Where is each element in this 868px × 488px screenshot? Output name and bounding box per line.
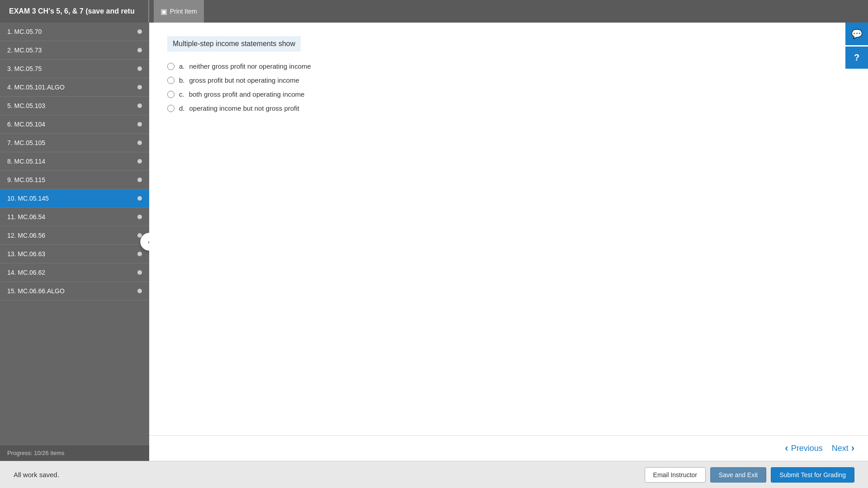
- item-status-dot: [137, 29, 142, 34]
- answer-option-c[interactable]: c. both gross profit and operating incom…: [167, 90, 850, 98]
- footer-buttons: Email Instructor Save and Exit Submit Te…: [645, 467, 854, 483]
- item-status-dot: [137, 66, 142, 71]
- answer-option-d[interactable]: d. operating income but not gross profit: [167, 104, 850, 112]
- item-status-dot: [137, 196, 142, 201]
- answer-option-b[interactable]: b. gross profit but not operating income: [167, 76, 850, 84]
- print-item-label: Print Item: [170, 8, 197, 15]
- sidebar-item-11[interactable]: 11. MC.06.54: [0, 208, 149, 226]
- radio-d[interactable]: [167, 105, 175, 112]
- sidebar-item-12[interactable]: 12. MC.06.56: [0, 226, 149, 245]
- help-widget-button[interactable]: ?: [845, 46, 868, 69]
- option-text: both gross profit and operating income: [189, 90, 305, 98]
- option-letter: a.: [179, 62, 185, 70]
- item-label: 1. MC.05.70: [7, 28, 42, 35]
- sidebar-item-1[interactable]: 1. MC.05.70: [0, 23, 149, 41]
- item-status-dot: [137, 215, 142, 219]
- radio-b[interactable]: [167, 77, 175, 84]
- item-label: 5. MC.05.103: [7, 102, 45, 109]
- item-label: 14. MC.06.62: [7, 269, 45, 276]
- option-letter: b.: [179, 76, 185, 84]
- progress-label: Progress:: [7, 450, 33, 456]
- sidebar-item-4[interactable]: 4. MC.05.101.ALGO: [0, 78, 149, 97]
- footer: All work saved. Email Instructor Save an…: [0, 461, 868, 488]
- save-status: All work saved.: [14, 471, 59, 479]
- next-button[interactable]: Next ›: [832, 442, 854, 454]
- sidebar-item-10[interactable]: 10. MC.05.145: [0, 189, 149, 208]
- print-icon: ▣: [160, 7, 167, 16]
- sidebar-item-6[interactable]: 6. MC.05.104: [0, 115, 149, 134]
- side-widgets: 💬 ?: [845, 23, 868, 69]
- item-label: 15. MC.06.66.ALGO: [7, 287, 65, 295]
- submit-test-button[interactable]: Submit Test for Grading: [771, 467, 854, 483]
- item-label: 11. MC.06.54: [7, 213, 45, 221]
- item-label: 12. MC.06.56: [7, 232, 45, 239]
- item-label: 9. MC.05.115: [7, 176, 45, 183]
- previous-label: Previous: [791, 444, 823, 453]
- navigation-bar: ‹ Previous Next ›: [149, 435, 868, 461]
- item-label: 6. MC.05.104: [7, 121, 45, 128]
- option-text: operating income but not gross profit: [189, 104, 299, 112]
- answer-option-a[interactable]: a. neither gross profit nor operating in…: [167, 62, 850, 70]
- sidebar: 1. MC.05.70 2. MC.05.73 3. MC.05.75 4. M…: [0, 23, 149, 461]
- save-exit-button[interactable]: Save and Exit: [710, 467, 766, 483]
- item-label: 3. MC.05.75: [7, 65, 42, 72]
- item-label: 10. MC.05.145: [7, 195, 49, 202]
- option-text: gross profit but not operating income: [189, 76, 299, 84]
- sidebar-item-3[interactable]: 3. MC.05.75: [0, 60, 149, 78]
- exam-title: EXAM 3 CH's 5, 6, & 7 (save and retu: [9, 3, 144, 20]
- option-letter: d.: [179, 104, 185, 112]
- item-status-dot: [137, 159, 142, 164]
- progress-bar: Progress: 10/26 items: [0, 445, 149, 461]
- help-icon: ?: [854, 52, 859, 63]
- question-list: 1. MC.05.70 2. MC.05.73 3. MC.05.75 4. M…: [0, 23, 149, 445]
- radio-c[interactable]: [167, 91, 175, 98]
- sidebar-item-2[interactable]: 2. MC.05.73: [0, 41, 149, 60]
- item-label: 8. MC.05.114: [7, 158, 45, 165]
- chevron-left-icon: ‹: [785, 442, 788, 454]
- chevron-right-icon: ›: [851, 442, 854, 454]
- option-text: neither gross profit nor operating incom…: [189, 62, 311, 70]
- main-area: 1. MC.05.70 2. MC.05.73 3. MC.05.75 4. M…: [0, 23, 868, 461]
- item-status-dot: [137, 141, 142, 145]
- sidebar-item-14[interactable]: 14. MC.06.62: [0, 263, 149, 282]
- sidebar-item-7[interactable]: 7. MC.05.105: [0, 134, 149, 152]
- print-item-button[interactable]: ▣ Print Item: [154, 0, 204, 23]
- next-label: Next: [832, 444, 849, 453]
- question-text: Multiple-step income statements show: [167, 36, 301, 52]
- progress-value: 10/26 items: [34, 450, 64, 456]
- chat-icon: 💬: [851, 28, 863, 39]
- item-label: 13. MC.06.63: [7, 250, 45, 258]
- previous-button[interactable]: ‹ Previous: [785, 442, 822, 454]
- item-status-dot: [137, 252, 142, 256]
- sidebar-item-8[interactable]: 8. MC.05.114: [0, 152, 149, 171]
- radio-a[interactable]: [167, 63, 175, 70]
- item-label: 4. MC.05.101.ALGO: [7, 84, 65, 91]
- sidebar-item-5[interactable]: 5. MC.05.103: [0, 97, 149, 115]
- sidebar-item-13[interactable]: 13. MC.06.63: [0, 245, 149, 263]
- question-body: Multiple-step income statements show a. …: [149, 23, 868, 435]
- item-status-dot: [137, 122, 142, 127]
- header: EXAM 3 CH's 5, 6, & 7 (save and retu ▣ P…: [0, 0, 868, 23]
- item-status-dot: [137, 270, 142, 275]
- item-label: 7. MC.05.105: [7, 139, 45, 146]
- item-status-dot: [137, 48, 142, 52]
- item-status-dot: [137, 178, 142, 182]
- sidebar-item-9[interactable]: 9. MC.05.115: [0, 171, 149, 189]
- item-status-dot: [137, 289, 142, 293]
- item-label: 2. MC.05.73: [7, 47, 42, 54]
- email-instructor-button[interactable]: Email Instructor: [645, 467, 706, 483]
- item-status-dot: [137, 85, 142, 89]
- option-letter: c.: [179, 90, 184, 98]
- item-status-dot: [137, 103, 142, 108]
- chat-widget-button[interactable]: 💬: [845, 23, 868, 45]
- content-area: Multiple-step income statements show a. …: [149, 23, 868, 461]
- header-divider: [148, 0, 149, 23]
- answer-options: a. neither gross profit nor operating in…: [167, 62, 850, 112]
- sidebar-item-15[interactable]: 15. MC.06.66.ALGO: [0, 282, 149, 300]
